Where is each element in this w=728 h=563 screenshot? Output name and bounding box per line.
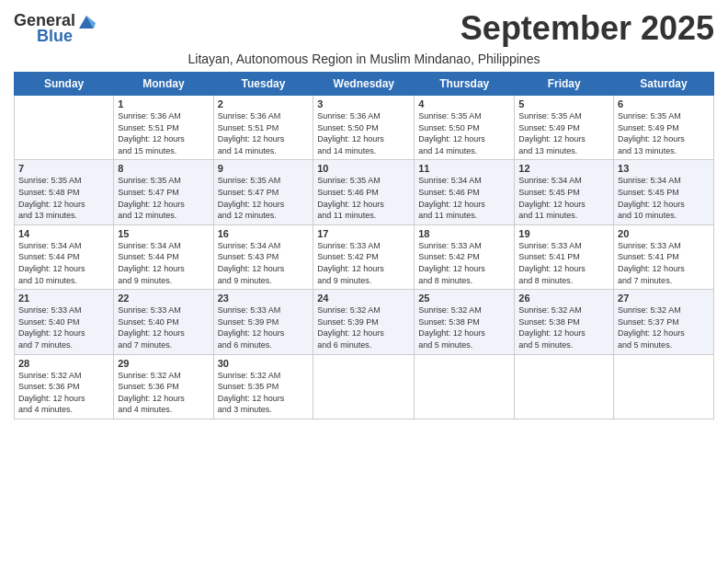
day-info: Sunrise: 5:33 AMSunset: 5:40 PMDaylight:… xyxy=(118,304,209,350)
calendar-cell: 22Sunrise: 5:33 AMSunset: 5:40 PMDayligh… xyxy=(114,290,213,354)
day-info: Sunrise: 5:33 AMSunset: 5:42 PMDaylight:… xyxy=(418,240,510,286)
calendar-cell: 26Sunrise: 5:32 AMSunset: 5:38 PMDayligh… xyxy=(515,290,614,354)
day-info: Sunrise: 5:32 AMSunset: 5:36 PMDaylight:… xyxy=(118,370,209,416)
day-number: 13 xyxy=(618,163,710,174)
day-info: Sunrise: 5:35 AMSunset: 5:49 PMDaylight:… xyxy=(518,110,609,156)
day-number: 15 xyxy=(118,228,209,239)
day-number: 11 xyxy=(418,163,510,174)
calendar-cell xyxy=(515,354,614,419)
day-info: Sunrise: 5:35 AMSunset: 5:46 PMDaylight:… xyxy=(317,175,410,221)
calendar-cell: 10Sunrise: 5:35 AMSunset: 5:46 PMDayligh… xyxy=(313,160,415,224)
day-number: 6 xyxy=(618,98,710,109)
col-saturday: Saturday xyxy=(614,73,714,96)
calendar-cell xyxy=(313,354,415,419)
calendar-cell: 14Sunrise: 5:34 AMSunset: 5:44 PMDayligh… xyxy=(15,224,114,289)
calendar-cell: 15Sunrise: 5:34 AMSunset: 5:44 PMDayligh… xyxy=(114,224,213,289)
calendar-cell: 5Sunrise: 5:35 AMSunset: 5:49 PMDaylight… xyxy=(515,96,614,160)
calendar-cell: 1Sunrise: 5:36 AMSunset: 5:51 PMDaylight… xyxy=(114,96,213,160)
col-friday: Friday xyxy=(515,73,614,96)
calendar-cell: 16Sunrise: 5:34 AMSunset: 5:43 PMDayligh… xyxy=(213,224,313,289)
day-number: 7 xyxy=(18,163,109,174)
header: General Blue September 2025 xyxy=(14,9,714,48)
day-number: 24 xyxy=(317,293,410,304)
calendar-cell: 4Sunrise: 5:35 AMSunset: 5:50 PMDaylight… xyxy=(415,96,515,160)
day-info: Sunrise: 5:32 AMSunset: 5:37 PMDaylight:… xyxy=(618,304,710,350)
calendar-cell: 7Sunrise: 5:35 AMSunset: 5:48 PMDaylight… xyxy=(15,160,114,224)
calendar-cell: 11Sunrise: 5:34 AMSunset: 5:46 PMDayligh… xyxy=(415,160,515,224)
day-number: 2 xyxy=(218,98,310,109)
day-info: Sunrise: 5:32 AMSunset: 5:38 PMDaylight:… xyxy=(518,304,609,350)
day-info: Sunrise: 5:32 AMSunset: 5:35 PMDaylight:… xyxy=(218,370,310,416)
calendar-week-3: 14Sunrise: 5:34 AMSunset: 5:44 PMDayligh… xyxy=(15,224,714,289)
calendar-cell xyxy=(415,354,515,419)
day-number: 9 xyxy=(218,163,310,174)
day-number: 23 xyxy=(218,293,310,304)
calendar-cell xyxy=(614,354,714,419)
calendar-header-row: Sunday Monday Tuesday Wednesday Thursday… xyxy=(15,73,714,96)
calendar-cell: 9Sunrise: 5:35 AMSunset: 5:47 PMDaylight… xyxy=(213,160,313,224)
calendar-week-5: 28Sunrise: 5:32 AMSunset: 5:36 PMDayligh… xyxy=(15,354,714,419)
day-info: Sunrise: 5:33 AMSunset: 5:39 PMDaylight:… xyxy=(218,304,310,350)
day-info: Sunrise: 5:35 AMSunset: 5:50 PMDaylight:… xyxy=(418,110,510,156)
calendar-week-1: 1Sunrise: 5:36 AMSunset: 5:51 PMDaylight… xyxy=(15,96,714,160)
calendar-cell: 17Sunrise: 5:33 AMSunset: 5:42 PMDayligh… xyxy=(313,224,415,289)
calendar-cell xyxy=(15,96,114,160)
day-number: 22 xyxy=(118,293,209,304)
subtitle: Litayan, Autonomous Region in Muslim Min… xyxy=(14,52,714,66)
col-tuesday: Tuesday xyxy=(213,73,313,96)
day-info: Sunrise: 5:36 AMSunset: 5:51 PMDaylight:… xyxy=(118,110,209,156)
day-info: Sunrise: 5:32 AMSunset: 5:39 PMDaylight:… xyxy=(317,304,410,350)
calendar-week-2: 7Sunrise: 5:35 AMSunset: 5:48 PMDaylight… xyxy=(15,160,714,224)
page: General Blue September 2025 Litayan, Aut… xyxy=(0,0,728,563)
col-wednesday: Wednesday xyxy=(313,73,415,96)
day-number: 18 xyxy=(418,228,510,239)
col-thursday: Thursday xyxy=(415,73,515,96)
day-info: Sunrise: 5:35 AMSunset: 5:48 PMDaylight:… xyxy=(18,175,109,221)
col-sunday: Sunday xyxy=(15,73,114,96)
calendar-cell: 25Sunrise: 5:32 AMSunset: 5:38 PMDayligh… xyxy=(415,290,515,354)
day-info: Sunrise: 5:33 AMSunset: 5:41 PMDaylight:… xyxy=(618,240,710,286)
day-info: Sunrise: 5:33 AMSunset: 5:41 PMDaylight:… xyxy=(518,240,609,286)
day-number: 21 xyxy=(18,293,109,304)
calendar-cell: 18Sunrise: 5:33 AMSunset: 5:42 PMDayligh… xyxy=(415,224,515,289)
day-number: 5 xyxy=(518,98,609,109)
calendar-cell: 30Sunrise: 5:32 AMSunset: 5:35 PMDayligh… xyxy=(213,354,313,419)
day-info: Sunrise: 5:35 AMSunset: 5:47 PMDaylight:… xyxy=(118,175,209,221)
day-number: 25 xyxy=(418,293,510,304)
day-info: Sunrise: 5:34 AMSunset: 5:45 PMDaylight:… xyxy=(518,175,609,221)
day-info: Sunrise: 5:36 AMSunset: 5:51 PMDaylight:… xyxy=(218,110,310,156)
day-number: 8 xyxy=(118,163,209,174)
col-monday: Monday xyxy=(114,73,213,96)
day-info: Sunrise: 5:34 AMSunset: 5:44 PMDaylight:… xyxy=(118,240,209,286)
day-number: 3 xyxy=(317,98,410,109)
day-info: Sunrise: 5:33 AMSunset: 5:42 PMDaylight:… xyxy=(317,240,410,286)
calendar-cell: 3Sunrise: 5:36 AMSunset: 5:50 PMDaylight… xyxy=(313,96,415,160)
day-number: 12 xyxy=(518,163,609,174)
day-number: 27 xyxy=(618,293,710,304)
day-info: Sunrise: 5:34 AMSunset: 5:44 PMDaylight:… xyxy=(18,240,109,286)
day-info: Sunrise: 5:36 AMSunset: 5:50 PMDaylight:… xyxy=(317,110,410,156)
calendar-cell: 13Sunrise: 5:34 AMSunset: 5:45 PMDayligh… xyxy=(614,160,714,224)
calendar-cell: 28Sunrise: 5:32 AMSunset: 5:36 PMDayligh… xyxy=(15,354,114,419)
day-number: 14 xyxy=(18,228,109,239)
calendar-cell: 19Sunrise: 5:33 AMSunset: 5:41 PMDayligh… xyxy=(515,224,614,289)
calendar-cell: 20Sunrise: 5:33 AMSunset: 5:41 PMDayligh… xyxy=(614,224,714,289)
day-number: 20 xyxy=(618,228,710,239)
day-number: 19 xyxy=(518,228,609,239)
logo-icon xyxy=(77,12,96,30)
calendar-cell: 6Sunrise: 5:35 AMSunset: 5:49 PMDaylight… xyxy=(614,96,714,160)
calendar-cell: 21Sunrise: 5:33 AMSunset: 5:40 PMDayligh… xyxy=(15,290,114,354)
day-number: 28 xyxy=(18,358,109,369)
day-number: 17 xyxy=(317,228,410,239)
day-info: Sunrise: 5:33 AMSunset: 5:40 PMDaylight:… xyxy=(18,304,109,350)
month-title: September 2025 xyxy=(461,9,714,48)
day-number: 30 xyxy=(218,358,310,369)
day-info: Sunrise: 5:34 AMSunset: 5:43 PMDaylight:… xyxy=(218,240,310,286)
calendar-cell: 12Sunrise: 5:34 AMSunset: 5:45 PMDayligh… xyxy=(515,160,614,224)
day-info: Sunrise: 5:35 AMSunset: 5:47 PMDaylight:… xyxy=(218,175,310,221)
calendar-cell: 23Sunrise: 5:33 AMSunset: 5:39 PMDayligh… xyxy=(213,290,313,354)
day-info: Sunrise: 5:34 AMSunset: 5:45 PMDaylight:… xyxy=(618,175,710,221)
day-info: Sunrise: 5:35 AMSunset: 5:49 PMDaylight:… xyxy=(618,110,710,156)
calendar-cell: 8Sunrise: 5:35 AMSunset: 5:47 PMDaylight… xyxy=(114,160,213,224)
day-info: Sunrise: 5:32 AMSunset: 5:38 PMDaylight:… xyxy=(418,304,510,350)
